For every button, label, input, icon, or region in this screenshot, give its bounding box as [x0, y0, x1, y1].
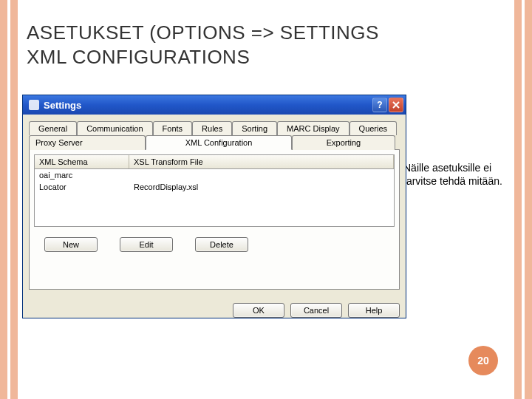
cell-schema: Locator: [35, 181, 129, 193]
tab-general[interactable]: General: [29, 121, 77, 135]
list-body[interactable]: oai_marc Locator RecordDisplay.xsl: [34, 169, 395, 227]
list-button-row: New Edit Delete: [34, 237, 395, 252]
slide-heading: ASETUKSET (OPTIONS => SETTINGS XML CONFI…: [27, 21, 379, 69]
heading-line: XML CONFIGURATIONS: [27, 45, 379, 69]
cancel-button[interactable]: Cancel: [290, 303, 342, 318]
col-xml-schema[interactable]: XML Schema: [35, 155, 129, 168]
tab-exporting[interactable]: Exporting: [292, 135, 395, 150]
cell-schema: oai_marc: [35, 169, 129, 181]
tab-fonts[interactable]: Fonts: [153, 121, 193, 135]
help-button[interactable]: ?: [372, 98, 387, 112]
tab-queries[interactable]: Queries: [349, 121, 398, 135]
tab-rules[interactable]: Rules: [192, 121, 232, 135]
accent-band: [10, 0, 18, 399]
cell-xsl: [129, 169, 394, 181]
titlebar[interactable]: Settings ?: [23, 95, 406, 115]
page-number: 20: [477, 355, 489, 366]
close-icon: [392, 101, 400, 109]
app-icon: [29, 100, 39, 110]
tab-panel-xml-configuration: XML Schema XSL Transform File oai_marc L…: [29, 149, 400, 290]
tab-row: General Communication Fonts Rules Sortin…: [29, 120, 400, 134]
tab-xml-configuration[interactable]: XML Configuration: [146, 135, 292, 150]
list-header: XML Schema XSL Transform File: [34, 154, 395, 169]
accent-band: [0, 0, 7, 399]
slide: ASETUKSET (OPTIONS => SETTINGS XML CONFI…: [0, 0, 532, 399]
dialog-button-row: OK Cancel Help: [23, 297, 406, 318]
table-row[interactable]: Locator RecordDisplay.xsl: [35, 181, 394, 193]
tab-row: Proxy Server XML Configuration Exporting: [29, 134, 400, 149]
settings-dialog: Settings ? General Communication Fonts R…: [22, 95, 406, 318]
tab-proxy-server[interactable]: Proxy Server: [29, 135, 146, 150]
accent-band: [525, 0, 532, 399]
delete-button[interactable]: Delete: [195, 237, 248, 252]
edit-button[interactable]: Edit: [120, 237, 173, 252]
col-xsl-transform[interactable]: XSL Transform File: [129, 155, 394, 168]
cell-xsl: RecordDisplay.xsl: [129, 181, 394, 193]
dialog-title: Settings: [44, 100, 81, 111]
close-button[interactable]: [389, 98, 403, 112]
help-button[interactable]: Help: [348, 303, 400, 318]
tab-marc-display[interactable]: MARC Display: [277, 121, 349, 135]
table-row[interactable]: oai_marc: [35, 169, 394, 181]
accent-band: [514, 0, 522, 399]
new-button[interactable]: New: [44, 237, 98, 252]
heading-line: ASETUKSET (OPTIONS => SETTINGS: [27, 21, 379, 45]
ok-button[interactable]: OK: [233, 303, 284, 318]
tab-communication[interactable]: Communication: [77, 121, 152, 135]
annotation-text: Näille asetuksille ei tarvitse tehdä mit…: [403, 161, 507, 188]
page-number-badge: 20: [468, 346, 498, 375]
tab-sorting[interactable]: Sorting: [232, 121, 277, 135]
